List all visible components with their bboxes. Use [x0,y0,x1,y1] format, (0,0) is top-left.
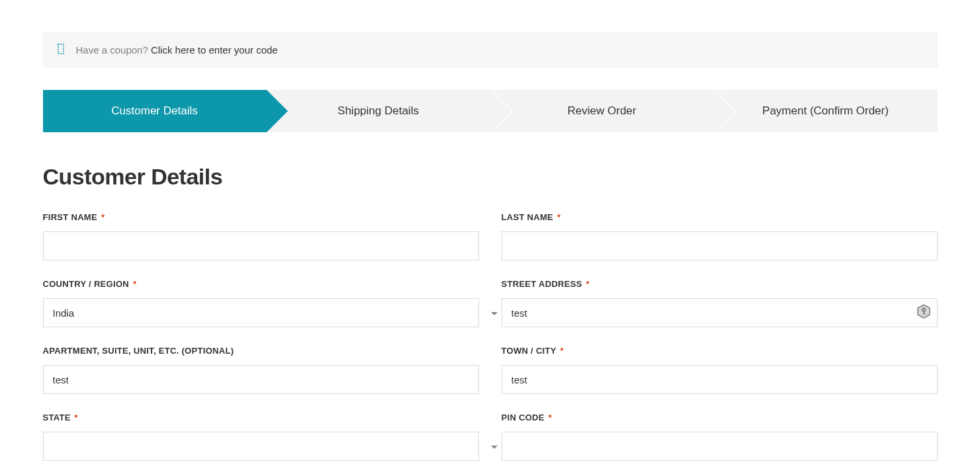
customer-form: FIRST NAME * LAST NAME * COUNTRY / REGIO… [43,212,938,476]
step-label: Payment (Confirm Order) [762,104,889,118]
country-label: COUNTRY / REGION * [43,279,479,289]
step-label: Review Order [568,104,637,118]
coupon-notice: Have a coupon? Click here to enter your … [43,32,938,67]
field-state: STATE * [43,413,479,461]
field-first-name: FIRST NAME * [43,212,479,260]
coupon-link[interactable]: Click here to enter your code [151,44,278,56]
step-shipping-details[interactable]: Shipping Details [267,90,490,132]
town-city-input[interactable] [502,365,938,394]
first-name-label: FIRST NAME * [43,212,479,222]
field-street-address: STREET ADDRESS * [502,279,938,327]
chevron-down-icon [491,307,498,319]
checkout-steps: Customer Details Shipping Details Review… [43,90,938,132]
key-icon [916,304,931,321]
required-marker: * [586,279,590,289]
field-country: COUNTRY / REGION * India [43,279,479,327]
step-label: Customer Details [111,104,197,118]
last-name-label: LAST NAME * [502,212,938,222]
step-customer-details[interactable]: Customer Details [43,90,267,132]
required-marker: * [557,212,560,222]
step-label: Shipping Details [337,104,419,118]
apartment-input[interactable] [43,365,479,394]
pin-code-label: PIN CODE * [502,413,938,422]
required-marker: * [75,413,78,422]
required-marker: * [133,279,136,289]
coupon-question: Have a coupon? [76,44,148,56]
country-select[interactable]: India [43,298,479,327]
field-town-city: TOWN / CITY * [502,346,938,394]
coupon-icon [58,44,67,56]
step-review-order[interactable]: Review Order [490,90,714,132]
street-address-label: STREET ADDRESS * [502,279,938,289]
street-address-input[interactable] [502,298,938,327]
field-pin-code: PIN CODE * [502,413,938,461]
field-apartment: APARTMENT, SUITE, UNIT, ETC. (OPTIONAL) [43,346,479,394]
field-last-name: LAST NAME * [502,212,938,260]
town-city-label: TOWN / CITY * [502,346,938,356]
apartment-label: APARTMENT, SUITE, UNIT, ETC. (OPTIONAL) [43,346,479,356]
step-payment[interactable]: Payment (Confirm Order) [714,90,938,132]
pin-code-input[interactable] [502,432,938,461]
svg-rect-0 [58,44,64,54]
first-name-input[interactable] [43,231,479,260]
last-name-input[interactable] [502,231,938,260]
required-marker: * [549,413,552,422]
required-marker: * [560,346,563,356]
state-label: STATE * [43,413,479,422]
state-select[interactable] [43,432,479,461]
chevron-down-icon [491,440,498,452]
required-marker: * [101,212,105,222]
page-title: Customer Details [43,164,938,190]
